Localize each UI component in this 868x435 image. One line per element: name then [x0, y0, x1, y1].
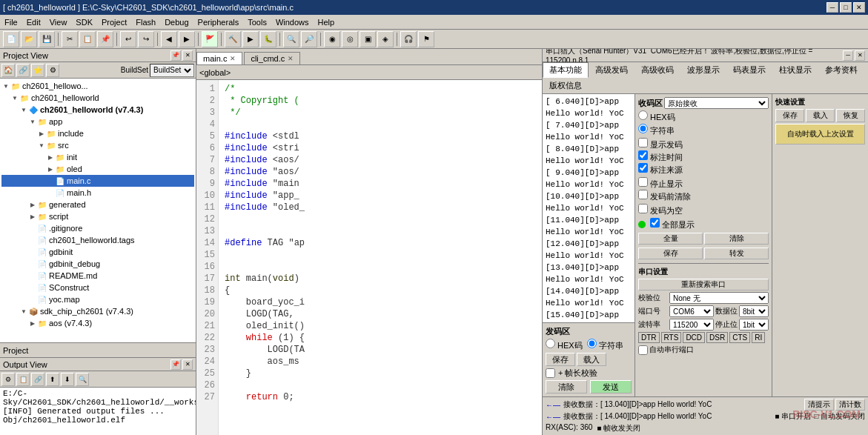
- tb-forward[interactable]: ▶: [179, 31, 195, 47]
- mark-source-checkbox[interactable]: [638, 163, 648, 173]
- tree-include-folder[interactable]: ▶ 📁 include: [1, 127, 194, 139]
- close-button[interactable]: ✕: [853, 2, 865, 13]
- encode-save-btn[interactable]: 保存: [546, 353, 575, 366]
- tree-sconstruct[interactable]: 📄 SConstruct: [1, 282, 194, 293]
- recv-hex-radio-label[interactable]: HEX码: [638, 110, 769, 123]
- show-all-checkbox[interactable]: [650, 218, 660, 228]
- tb-redo[interactable]: ↪: [138, 31, 154, 47]
- menu-peripherals[interactable]: Peripherals: [193, 16, 244, 28]
- baud-select[interactable]: 115200: [669, 319, 714, 331]
- serial-tab-bar[interactable]: 柱状显示: [772, 62, 818, 78]
- tree-gitignore[interactable]: 📄 .gitignore: [1, 222, 194, 234]
- clear-before-checkbox[interactable]: [638, 190, 648, 199]
- databits-select[interactable]: 8bit: [739, 305, 769, 317]
- project-pin-icon[interactable]: 📌: [170, 50, 181, 61]
- serial-close-icon[interactable]: ✕: [855, 50, 865, 61]
- minimize-button[interactable]: ─: [826, 2, 838, 13]
- show-all-label[interactable]: 全部显示: [650, 218, 695, 230]
- menu-edit[interactable]: Edit: [22, 16, 45, 28]
- serial-pin-icon[interactable]: ─: [843, 50, 853, 61]
- tree-main-c[interactable]: 📄 main.c: [1, 175, 194, 187]
- recv-str-radio[interactable]: [638, 124, 648, 133]
- tb-extra1[interactable]: ◉: [324, 31, 340, 47]
- quick-auto-load-btn[interactable]: 自动时载入上次设置: [775, 124, 865, 145]
- auto-serial-checkbox[interactable]: [638, 345, 648, 355]
- tab-main-c-close[interactable]: ✕: [230, 55, 236, 62]
- recv-mode-select[interactable]: 原始接收: [664, 97, 769, 109]
- tb-extra4[interactable]: ◈: [377, 31, 394, 47]
- menu-tools[interactable]: Tools: [243, 16, 271, 28]
- menu-flash[interactable]: Flash: [131, 16, 160, 28]
- tb-back[interactable]: ◀: [161, 31, 177, 47]
- tb-build-flag[interactable]: 🚩: [202, 31, 218, 47]
- output-tb6[interactable]: 🔍: [76, 373, 89, 386]
- buildset-select[interactable]: BuildSet: [150, 64, 194, 77]
- tree-aos[interactable]: ▶ 📁 aos (v7.4.3): [1, 317, 194, 329]
- show-send-checkbox[interactable]: [638, 138, 648, 147]
- tb-save[interactable]: 💾: [39, 31, 55, 47]
- tb-search2[interactable]: 🔎: [301, 31, 317, 47]
- output-tb4[interactable]: ⬆: [46, 373, 59, 386]
- proj-star[interactable]: ⭐: [31, 64, 44, 77]
- encode-str-radio-label[interactable]: 字符串: [587, 339, 623, 351]
- encode-str-radio[interactable]: [587, 339, 597, 348]
- quick-load-btn[interactable]: 载入: [806, 109, 835, 122]
- quick-save-btn[interactable]: 保存: [775, 109, 804, 122]
- recv-forward-btn[interactable]: 转发: [704, 248, 769, 259]
- send-empty-label[interactable]: 发码为空: [638, 204, 683, 216]
- tree-gdbinit[interactable]: 📄 gdbinit: [1, 246, 194, 258]
- tb-build[interactable]: 🔨: [225, 31, 241, 47]
- port-select[interactable]: COM6: [669, 305, 714, 317]
- tree-generated-folder[interactable]: ▶ 📁 generated: [1, 199, 194, 210]
- menu-windows[interactable]: Windows: [271, 16, 314, 28]
- rescan-port-btn[interactable]: 重新搜索串口: [638, 279, 769, 290]
- stopbits-select[interactable]: 1bit: [739, 319, 769, 331]
- send-empty-checkbox[interactable]: [638, 204, 648, 213]
- show-send-label[interactable]: 显示发码: [638, 140, 683, 149]
- serial-tab-ref[interactable]: 参考资料: [818, 62, 864, 78]
- output-tb5[interactable]: ⬇: [61, 373, 74, 386]
- tb-flag2[interactable]: ⚑: [418, 31, 434, 47]
- encode-hex-radio-label[interactable]: HEX码: [546, 339, 583, 351]
- encode-load-btn[interactable]: 载入: [577, 353, 606, 366]
- proj-settings[interactable]: ⚙: [46, 64, 59, 77]
- tb-new[interactable]: 📄: [3, 31, 19, 47]
- menu-sdk[interactable]: SDK: [71, 16, 97, 28]
- output-pin-icon[interactable]: 📌: [170, 359, 181, 370]
- output-tb1[interactable]: ⚙: [1, 373, 15, 386]
- quick-restore-btn[interactable]: 恢复: [836, 109, 865, 122]
- tb-extra3[interactable]: ▣: [360, 31, 376, 47]
- mark-time-checkbox[interactable]: [638, 150, 648, 160]
- tree-helloworld-root[interactable]: ▼ 📁 ch2601_helloworld: [1, 92, 194, 104]
- clear-tip-btn[interactable]: 清提示: [804, 399, 834, 411]
- tb-debug[interactable]: 🐛: [260, 31, 276, 47]
- output-tb2[interactable]: 📋: [16, 373, 30, 386]
- menu-debug[interactable]: Debug: [160, 16, 193, 28]
- recv-hex-radio[interactable]: [638, 110, 648, 120]
- serial-tab-copy[interactable]: 版权信息: [543, 78, 589, 93]
- serial-tab-encode[interactable]: 高级发码: [589, 62, 635, 78]
- serial-tab-decode[interactable]: 高级收码: [635, 62, 680, 78]
- project-close-icon[interactable]: ✕: [182, 50, 193, 61]
- recv-full-btn[interactable]: 全量: [638, 233, 703, 245]
- parity-select[interactable]: None 无: [669, 292, 769, 304]
- tb-paste[interactable]: 📌: [97, 31, 113, 47]
- stop-display-checkbox[interactable]: [638, 177, 648, 187]
- menu-help[interactable]: Help: [314, 16, 339, 28]
- proj-home[interactable]: 🏠: [1, 64, 15, 77]
- tb-open[interactable]: 📂: [21, 31, 37, 47]
- tree-main-h[interactable]: 📄 main.h: [1, 187, 194, 199]
- code-editor[interactable]: 12345 678910 1112131415 1617181920 21222…: [196, 80, 542, 435]
- tree-gdbinit-debug[interactable]: 📄 gdbinit_debug: [1, 258, 194, 270]
- tree-src-folder[interactable]: ▼ 📁 src: [1, 139, 194, 151]
- output-tb3[interactable]: 🔗: [31, 373, 44, 386]
- tree-sdk-chip[interactable]: ▼ 📦 sdk_chip_ch2601 (v7.4.3): [1, 305, 194, 317]
- tree-readme[interactable]: 📄 README.md: [1, 270, 194, 282]
- tree-workspace[interactable]: ▼ 📁 ch2601_hellowo...: [1, 80, 194, 92]
- tb-headphones[interactable]: 🎧: [400, 31, 417, 47]
- serial-tab-table[interactable]: 码表显示: [726, 62, 772, 78]
- tb-run[interactable]: ▶: [242, 31, 259, 47]
- serial-tab-wave[interactable]: 波形显示: [680, 62, 726, 78]
- tb-search1[interactable]: 🔍: [283, 31, 299, 47]
- tree-init-folder[interactable]: ▶ 📁 init: [1, 151, 194, 163]
